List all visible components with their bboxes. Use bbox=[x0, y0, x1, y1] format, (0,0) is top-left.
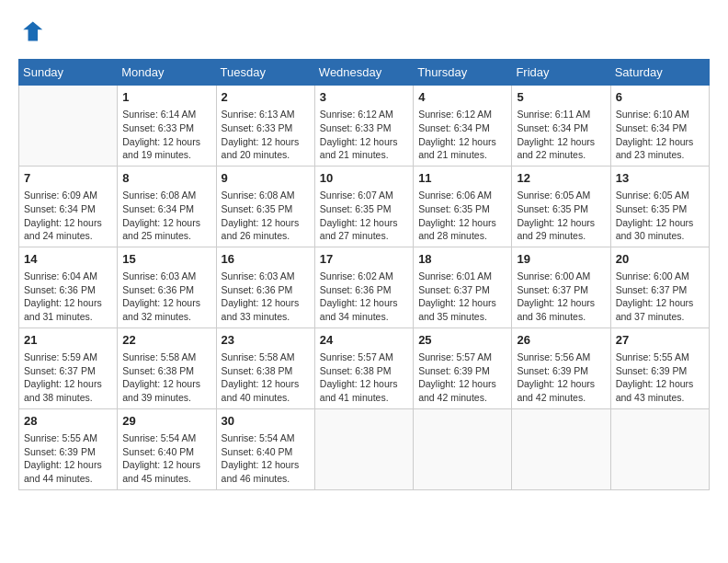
day-info: Sunrise: 6:06 AMSunset: 6:35 PMDaylight:… bbox=[418, 189, 506, 243]
day-number: 26 bbox=[517, 332, 605, 349]
day-info: Sunrise: 6:14 AMSunset: 6:33 PMDaylight:… bbox=[122, 108, 210, 162]
day-number: 21 bbox=[24, 332, 112, 349]
calendar-table: SundayMondayTuesdayWednesdayThursdayFrid… bbox=[18, 59, 710, 490]
day-cell: 25Sunrise: 5:57 AMSunset: 6:39 PMDayligh… bbox=[414, 327, 512, 408]
header-cell-friday: Friday bbox=[512, 60, 610, 86]
header-cell-sunday: Sunday bbox=[19, 60, 118, 86]
day-number: 16 bbox=[222, 251, 310, 268]
day-info: Sunrise: 6:05 AMSunset: 6:35 PMDaylight:… bbox=[616, 189, 704, 243]
day-cell: 10Sunrise: 6:07 AMSunset: 6:35 PMDayligh… bbox=[314, 166, 413, 247]
day-number: 15 bbox=[122, 251, 210, 268]
day-number: 25 bbox=[418, 332, 506, 349]
day-info: Sunrise: 6:04 AMSunset: 6:36 PMDaylight:… bbox=[24, 270, 112, 324]
day-info: Sunrise: 6:02 AMSunset: 6:36 PMDaylight:… bbox=[320, 270, 408, 324]
day-cell: 17Sunrise: 6:02 AMSunset: 6:36 PMDayligh… bbox=[314, 247, 413, 327]
day-cell: 29Sunrise: 5:54 AMSunset: 6:40 PMDayligh… bbox=[118, 408, 216, 489]
day-info: Sunrise: 6:09 AMSunset: 6:34 PMDaylight:… bbox=[24, 189, 112, 243]
day-number: 11 bbox=[418, 170, 506, 187]
header-row: SundayMondayTuesdayWednesdayThursdayFrid… bbox=[19, 60, 710, 86]
day-cell: 19Sunrise: 6:00 AMSunset: 6:37 PMDayligh… bbox=[512, 247, 610, 327]
week-row-5: 28Sunrise: 5:55 AMSunset: 6:39 PMDayligh… bbox=[19, 408, 710, 489]
day-number: 4 bbox=[418, 89, 506, 106]
day-cell bbox=[314, 408, 413, 489]
day-cell: 30Sunrise: 5:54 AMSunset: 6:40 PMDayligh… bbox=[216, 408, 314, 489]
day-info: Sunrise: 6:01 AMSunset: 6:37 PMDaylight:… bbox=[418, 270, 506, 324]
day-number: 24 bbox=[320, 332, 408, 349]
day-number: 28 bbox=[24, 413, 112, 430]
day-number: 18 bbox=[418, 251, 506, 268]
day-info: Sunrise: 5:57 AMSunset: 6:38 PMDaylight:… bbox=[320, 350, 408, 405]
day-number: 1 bbox=[122, 89, 210, 106]
svg-marker-0 bbox=[23, 22, 42, 41]
day-number: 10 bbox=[320, 170, 408, 187]
day-info: Sunrise: 6:11 AMSunset: 6:34 PMDaylight:… bbox=[517, 108, 605, 162]
day-number: 8 bbox=[122, 170, 210, 187]
day-info: Sunrise: 6:05 AMSunset: 6:35 PMDaylight:… bbox=[517, 189, 605, 243]
day-info: Sunrise: 6:12 AMSunset: 6:34 PMDaylight:… bbox=[418, 108, 506, 162]
day-info: Sunrise: 5:59 AMSunset: 6:37 PMDaylight:… bbox=[24, 350, 112, 405]
header-cell-tuesday: Tuesday bbox=[216, 60, 314, 86]
day-cell: 15Sunrise: 6:03 AMSunset: 6:36 PMDayligh… bbox=[118, 247, 216, 327]
day-cell: 28Sunrise: 5:55 AMSunset: 6:39 PMDayligh… bbox=[19, 408, 118, 489]
day-number: 9 bbox=[222, 170, 310, 187]
logo bbox=[18, 18, 48, 44]
day-info: Sunrise: 6:10 AMSunset: 6:34 PMDaylight:… bbox=[616, 108, 704, 162]
day-cell bbox=[414, 408, 512, 489]
week-row-4: 21Sunrise: 5:59 AMSunset: 6:37 PMDayligh… bbox=[19, 327, 710, 408]
day-cell: 4Sunrise: 6:12 AMSunset: 6:34 PMDaylight… bbox=[414, 86, 512, 167]
day-info: Sunrise: 5:57 AMSunset: 6:39 PMDaylight:… bbox=[418, 350, 506, 405]
day-number: 22 bbox=[122, 332, 210, 349]
day-cell: 21Sunrise: 5:59 AMSunset: 6:37 PMDayligh… bbox=[19, 327, 118, 408]
day-cell: 24Sunrise: 5:57 AMSunset: 6:38 PMDayligh… bbox=[314, 327, 413, 408]
day-number: 3 bbox=[320, 89, 408, 106]
day-number: 17 bbox=[320, 251, 408, 268]
day-number: 23 bbox=[222, 332, 310, 349]
day-cell bbox=[512, 408, 610, 489]
day-cell: 7Sunrise: 6:09 AMSunset: 6:34 PMDaylight… bbox=[19, 166, 118, 247]
day-number: 2 bbox=[222, 89, 310, 106]
header-cell-monday: Monday bbox=[118, 60, 216, 86]
day-cell: 12Sunrise: 6:05 AMSunset: 6:35 PMDayligh… bbox=[512, 166, 610, 247]
day-number: 29 bbox=[122, 413, 210, 430]
day-cell: 27Sunrise: 5:55 AMSunset: 6:39 PMDayligh… bbox=[610, 327, 709, 408]
week-row-2: 7Sunrise: 6:09 AMSunset: 6:34 PMDaylight… bbox=[19, 166, 710, 247]
day-info: Sunrise: 6:00 AMSunset: 6:37 PMDaylight:… bbox=[517, 270, 605, 324]
day-cell: 6Sunrise: 6:10 AMSunset: 6:34 PMDaylight… bbox=[610, 86, 709, 167]
day-info: Sunrise: 5:56 AMSunset: 6:39 PMDaylight:… bbox=[517, 350, 605, 405]
day-info: Sunrise: 6:03 AMSunset: 6:36 PMDaylight:… bbox=[222, 270, 310, 324]
day-number: 14 bbox=[24, 251, 112, 268]
day-cell: 1Sunrise: 6:14 AMSunset: 6:33 PMDaylight… bbox=[118, 86, 216, 167]
week-row-1: 1Sunrise: 6:14 AMSunset: 6:33 PMDaylight… bbox=[19, 86, 710, 167]
day-cell: 26Sunrise: 5:56 AMSunset: 6:39 PMDayligh… bbox=[512, 327, 610, 408]
day-info: Sunrise: 6:07 AMSunset: 6:35 PMDaylight:… bbox=[320, 189, 408, 243]
day-cell: 23Sunrise: 5:58 AMSunset: 6:38 PMDayligh… bbox=[216, 327, 314, 408]
day-number: 30 bbox=[222, 413, 310, 430]
day-number: 13 bbox=[616, 170, 704, 187]
day-info: Sunrise: 6:13 AMSunset: 6:33 PMDaylight:… bbox=[222, 108, 310, 162]
day-number: 12 bbox=[517, 170, 605, 187]
day-cell: 9Sunrise: 6:08 AMSunset: 6:35 PMDaylight… bbox=[216, 166, 314, 247]
day-info: Sunrise: 5:55 AMSunset: 6:39 PMDaylight:… bbox=[616, 350, 704, 405]
day-number: 5 bbox=[517, 89, 605, 106]
day-info: Sunrise: 5:58 AMSunset: 6:38 PMDaylight:… bbox=[122, 350, 210, 405]
day-number: 7 bbox=[24, 170, 112, 187]
day-info: Sunrise: 6:08 AMSunset: 6:35 PMDaylight:… bbox=[222, 189, 310, 243]
day-cell: 3Sunrise: 6:12 AMSunset: 6:33 PMDaylight… bbox=[314, 86, 413, 167]
day-cell: 8Sunrise: 6:08 AMSunset: 6:34 PMDaylight… bbox=[118, 166, 216, 247]
day-info: Sunrise: 6:12 AMSunset: 6:33 PMDaylight:… bbox=[320, 108, 408, 162]
week-row-3: 14Sunrise: 6:04 AMSunset: 6:36 PMDayligh… bbox=[19, 247, 710, 327]
day-number: 27 bbox=[616, 332, 704, 349]
day-number: 19 bbox=[517, 251, 605, 268]
day-cell: 5Sunrise: 6:11 AMSunset: 6:34 PMDaylight… bbox=[512, 86, 610, 167]
day-info: Sunrise: 5:58 AMSunset: 6:38 PMDaylight:… bbox=[222, 350, 310, 405]
day-number: 6 bbox=[616, 89, 704, 106]
page-header bbox=[18, 18, 710, 44]
day-info: Sunrise: 6:00 AMSunset: 6:37 PMDaylight:… bbox=[616, 270, 704, 324]
day-cell bbox=[610, 408, 709, 489]
day-cell bbox=[19, 86, 118, 167]
day-info: Sunrise: 5:54 AMSunset: 6:40 PMDaylight:… bbox=[222, 431, 310, 486]
day-number: 20 bbox=[616, 251, 704, 268]
day-cell: 14Sunrise: 6:04 AMSunset: 6:36 PMDayligh… bbox=[19, 247, 118, 327]
header-cell-wednesday: Wednesday bbox=[314, 60, 413, 86]
day-cell: 16Sunrise: 6:03 AMSunset: 6:36 PMDayligh… bbox=[216, 247, 314, 327]
